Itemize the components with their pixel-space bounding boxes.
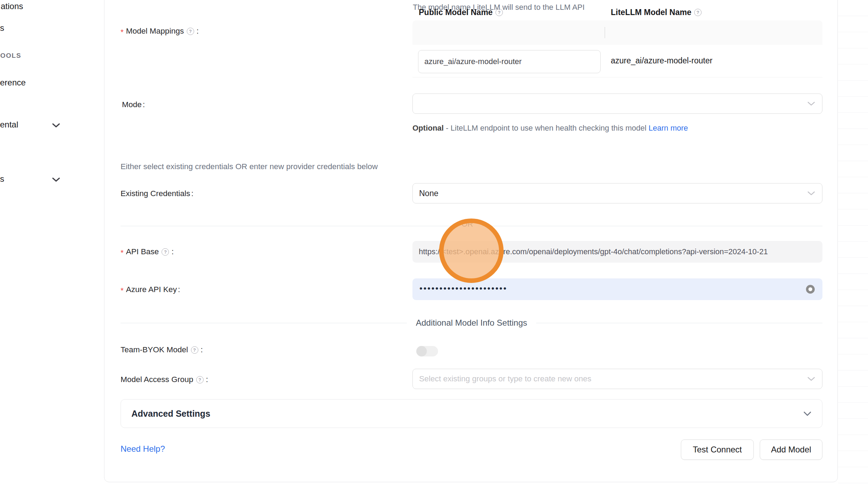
section-divider-title: Additional Model Info Settings	[416, 318, 527, 328]
sidebar-item-organizations[interactable]: ations	[1, 1, 23, 11]
mode-select[interactable]	[412, 93, 822, 114]
azure-api-key-input[interactable]: ••••••••••••••••••••••	[412, 278, 822, 300]
need-help-link[interactable]: Need Help?	[121, 444, 165, 454]
table-bottom-border	[412, 77, 822, 77]
column-public-model-name: Public Model Name ?	[419, 0, 504, 25]
public-model-name-input[interactable]: azure_ai/azure-model-router	[418, 50, 601, 73]
test-connect-button[interactable]: Test Connect	[681, 439, 754, 460]
advanced-settings-title: Advanced Settings	[131, 409, 803, 419]
chevron-down-icon	[803, 411, 812, 416]
sidebar-item-api-reference[interactable]: erence	[0, 78, 26, 88]
masked-api-key: ••••••••••••••••••••••	[419, 284, 507, 293]
sidebar-item-settings[interactable]: s	[0, 174, 4, 184]
help-icon[interactable]: ?	[162, 248, 169, 256]
learn-more-link[interactable]: Learn more	[649, 124, 688, 132]
column-litellm-model-name: LiteLLM Model Name ?	[611, 0, 703, 25]
eye-icon[interactable]	[806, 285, 815, 294]
additional-settings-divider: Additional Model Info Settings	[121, 317, 822, 329]
azure-api-key-label: * Azure API Key :	[121, 285, 180, 294]
model-mappings-label: * Model Mappings ? :	[121, 27, 199, 36]
model-access-group-select[interactable]: Select existing groups or type to create…	[412, 369, 822, 389]
api-base-input[interactable]: https://<test>.openai.azure.com/openai/d…	[412, 241, 822, 263]
mode-label: Mode :	[122, 100, 145, 109]
team-byok-toggle[interactable]	[416, 346, 438, 356]
or-divider-label: OR	[457, 220, 478, 229]
toggle-knob	[416, 346, 427, 356]
model-access-group-placeholder: Select existing groups or type to create…	[419, 374, 592, 383]
sidebar-item[interactable]: s	[0, 23, 4, 33]
help-icon[interactable]: ?	[187, 28, 194, 35]
required-mark: *	[121, 286, 124, 295]
chevron-down-icon	[807, 191, 815, 196]
help-icon[interactable]: ?	[495, 9, 503, 16]
litellm-model-name-value: azure_ai/azure-model-router	[611, 56, 712, 65]
advanced-settings-toggle[interactable]: Advanced Settings	[121, 399, 822, 428]
existing-credentials-select[interactable]: None	[412, 183, 822, 203]
api-base-label: * API Base ? :	[121, 247, 174, 256]
required-mark: *	[121, 28, 124, 37]
sidebar-section-tools: TOOLS	[0, 52, 21, 60]
chevron-down-icon	[52, 177, 60, 182]
mode-help-text: Optional - LiteLLM endpoint to use when …	[412, 121, 698, 135]
chevron-down-icon	[807, 101, 815, 106]
help-icon[interactable]: ?	[191, 346, 198, 354]
team-byok-label: Team-BYOK Model ? :	[121, 345, 203, 354]
existing-credentials-label: Existing Credentials :	[121, 189, 193, 198]
existing-credentials-value: None	[419, 189, 438, 198]
sidebar-item-experimental[interactable]: ental	[0, 120, 18, 130]
model-access-group-label: Model Access Group ? :	[121, 375, 208, 384]
header-divider	[604, 27, 605, 38]
chevron-down-icon	[807, 376, 815, 381]
help-icon[interactable]: ?	[196, 376, 204, 383]
page-background	[838, 0, 868, 485]
credentials-note: Either select existing credentials OR en…	[121, 162, 378, 171]
help-icon[interactable]: ?	[694, 9, 702, 16]
required-mark: *	[121, 248, 124, 257]
chevron-down-icon	[52, 123, 60, 128]
add-model-button[interactable]: Add Model	[760, 439, 822, 460]
